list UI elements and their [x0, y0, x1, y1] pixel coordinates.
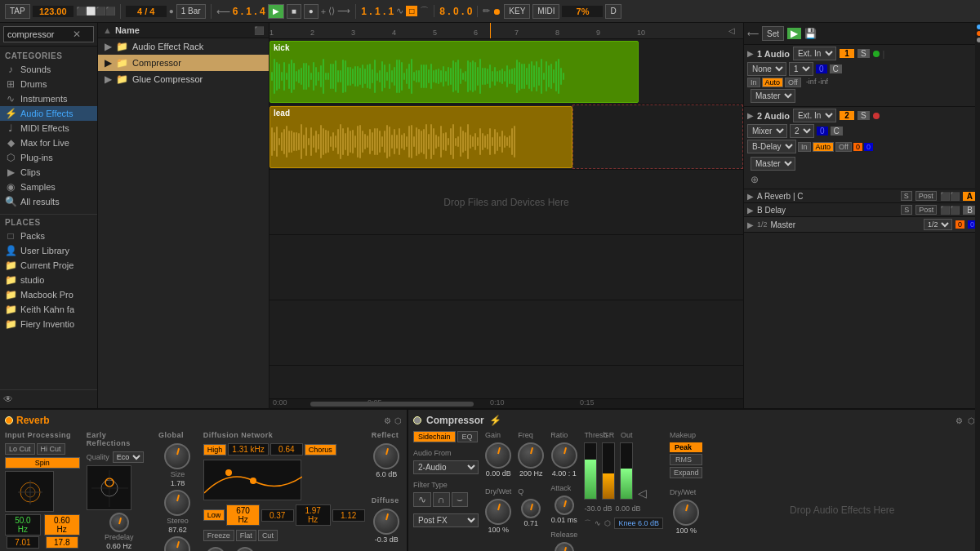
- reverb-val2-display[interactable]: 17.8: [46, 536, 78, 549]
- loop-icon[interactable]: □: [406, 6, 417, 16]
- loop-length-btn[interactable]: 1 Bar: [176, 4, 206, 19]
- sidebar-item-fiery[interactable]: 📁 Fiery Inventio: [0, 317, 97, 331]
- reverb-freq1-hz[interactable]: 1.31 kHz: [228, 443, 268, 455]
- sidebar-item-sounds[interactable]: ♪ Sounds: [0, 62, 97, 77]
- rp-send-a-play-icon[interactable]: ▶: [747, 192, 754, 201]
- rp-scrollbar[interactable]: [975, 23, 980, 551]
- reverb-val1-d[interactable]: 0.64: [270, 443, 303, 455]
- rp-track1-auto-btn[interactable]: Auto: [762, 78, 784, 87]
- rp-send-a-post-btn[interactable]: Post: [915, 191, 937, 201]
- rp-send-b-post-btn[interactable]: Post: [915, 205, 937, 215]
- rp-track1-master-select[interactable]: Master: [751, 89, 795, 103]
- file-browser-item-compressor[interactable]: ▶ 📁 Compressor: [98, 55, 269, 71]
- reverb-freq1-display[interactable]: 50.0 Hz: [5, 514, 41, 535]
- reverb-density-knob[interactable]: [206, 547, 225, 551]
- rp-track1-num-select[interactable]: 1: [789, 62, 813, 76]
- reverb-stereo-knob[interactable]: [164, 490, 190, 516]
- comp-peak-btn[interactable]: Peak: [670, 442, 703, 452]
- rp-track2-effect-select[interactable]: B-Delay: [747, 140, 796, 153]
- key-btn[interactable]: KEY: [504, 4, 530, 19]
- reverb-locut-btn[interactable]: Lo Cut: [5, 443, 35, 455]
- reverb-val1-display[interactable]: 7.01: [7, 536, 39, 549]
- reverb-freq2-display[interactable]: 0.60 Hz: [44, 514, 80, 535]
- comp-rms-btn[interactable]: RMS: [670, 454, 703, 465]
- rp-master-num[interactable]: 0: [956, 220, 964, 229]
- rp-track2-in-btn[interactable]: In: [798, 142, 811, 152]
- comp-meter-arrow[interactable]: ◁: [638, 487, 647, 500]
- rp-set-btn[interactable]: Set: [762, 26, 784, 41]
- reverb-high-btn[interactable]: High: [203, 444, 227, 455]
- comp-filter-hp-icon[interactable]: ⌣: [452, 492, 468, 507]
- midi-icon[interactable]: ⟨⟩: [328, 6, 335, 16]
- sidebar-item-drums[interactable]: ⊞ Drums: [0, 77, 97, 91]
- rp-track2-fx-num2[interactable]: 0: [864, 143, 873, 151]
- rp-track2-mixer-select[interactable]: Mixer: [747, 124, 787, 138]
- sidebar-item-max-for-live[interactable]: ◆ Max for Live: [0, 136, 97, 150]
- rp-track1-c-btn[interactable]: C: [830, 64, 842, 73]
- comp-drywet-knob[interactable]: [485, 499, 511, 525]
- reverb-hicut-btn[interactable]: Hi Cut: [37, 443, 65, 455]
- reverb-freq2-hz[interactable]: 670 Hz: [226, 504, 259, 526]
- rp-track2-s-btn[interactable]: S: [858, 111, 870, 120]
- rp-send-a-s-btn[interactable]: S: [901, 191, 912, 201]
- compressor-led[interactable]: [413, 416, 421, 424]
- rp-track1-play-icon[interactable]: ▶: [747, 49, 754, 58]
- reverb-low-btn[interactable]: Low: [203, 509, 225, 521]
- sidebar-item-audio-effects[interactable]: ⚡ Audio Effects: [0, 106, 97, 121]
- play-button[interactable]: ▶: [268, 4, 284, 19]
- sidebar-item-all-results[interactable]: 🔍 All results: [0, 194, 97, 209]
- reverb-resize-icon[interactable]: ⬡: [394, 416, 402, 425]
- comp-postfx-select[interactable]: Post FX: [413, 513, 479, 527]
- rp-track1-input-select[interactable]: Ext. In: [793, 47, 836, 60]
- sidebar-item-macbook[interactable]: 📁 Macbook Pro: [0, 287, 97, 302]
- reverb-chorus-btn[interactable]: Chorus: [305, 444, 336, 455]
- drop-effects-area[interactable]: Drop Audio Effects Here: [709, 431, 975, 551]
- track-content-lead[interactable]: lead: [270, 104, 743, 169]
- sidebar-item-packs[interactable]: □ Packs: [0, 229, 97, 243]
- rp-track2-play-icon[interactable]: ▶: [747, 111, 754, 120]
- stop-button[interactable]: ■: [287, 4, 301, 19]
- file-browser-scroll-icon[interactable]: ⬛: [254, 26, 264, 35]
- rp-master-select[interactable]: 1/2: [924, 219, 952, 230]
- rp-track1-zero-btn[interactable]: 0: [816, 64, 827, 73]
- reverb-quality-select[interactable]: Eco: [113, 451, 144, 463]
- sidebar-item-user-library[interactable]: 👤 User Library: [0, 243, 97, 258]
- rp-track1-s-btn[interactable]: S: [858, 49, 870, 58]
- rp-track2-fx-num1[interactable]: 0: [853, 143, 862, 151]
- sidebar-item-plugins[interactable]: ⬡ Plug-ins: [0, 150, 97, 165]
- rp-track1-in-btn[interactable]: In: [747, 78, 760, 87]
- compressor-settings-icon[interactable]: ⚙: [956, 416, 963, 425]
- sidebar-item-studio[interactable]: 📁 studio: [0, 273, 97, 287]
- reverb-scale-knob[interactable]: [235, 547, 255, 551]
- reverb-size-knob[interactable]: [164, 443, 190, 469]
- rp-track2-zero-btn[interactable]: 0: [817, 127, 828, 136]
- add-icon[interactable]: +: [321, 7, 326, 16]
- clip-kick[interactable]: kick: [270, 41, 639, 103]
- compressor-resize-icon[interactable]: ⬡: [968, 416, 975, 425]
- rp-track1-off-btn[interactable]: Off: [785, 78, 801, 87]
- playhead[interactable]: [490, 23, 491, 38]
- pencil-icon[interactable]: ✏: [483, 6, 490, 16]
- rp-send-b-s-btn[interactable]: S: [901, 205, 912, 215]
- reverb-diffuse-knob[interactable]: [373, 509, 399, 535]
- comp-attack-knob[interactable]: [555, 495, 574, 515]
- scroll-thumb[interactable]: [310, 402, 474, 407]
- timeline-scroll[interactable]: 0:00 0:05 0:10 0:15: [270, 398, 743, 408]
- reverb-decay-knob[interactable]: [164, 536, 190, 551]
- file-browser-item-glue[interactable]: ▶ 📁 Glue Compressor: [98, 71, 269, 87]
- loop-end-marker[interactable]: ◁: [728, 26, 735, 35]
- comp-eq-btn[interactable]: EQ: [457, 431, 478, 442]
- comp-filter-lp-icon[interactable]: ∿: [413, 492, 431, 507]
- drop-area[interactable]: Drop Files and Devices Here: [270, 170, 743, 235]
- rec-icon[interactable]: ⏺: [492, 7, 501, 16]
- rp-play-btn[interactable]: ▶: [787, 28, 801, 39]
- rp-track2-master-select[interactable]: Master: [751, 157, 795, 171]
- comp-expand-btn[interactable]: Expand: [670, 467, 703, 478]
- comp-ratio-knob[interactable]: [551, 442, 577, 469]
- sidebar-item-midi-effects[interactable]: ♩ MIDI Effects: [0, 121, 97, 136]
- rp-track2-num-select[interactable]: 2: [790, 124, 814, 138]
- reverb-val3-d[interactable]: 1.12: [332, 509, 365, 522]
- reverb-freq3-hz[interactable]: 1.97 Hz: [296, 504, 331, 526]
- comp-drywet2-knob[interactable]: [673, 500, 699, 526]
- arrow-icon[interactable]: ⟶: [337, 6, 350, 16]
